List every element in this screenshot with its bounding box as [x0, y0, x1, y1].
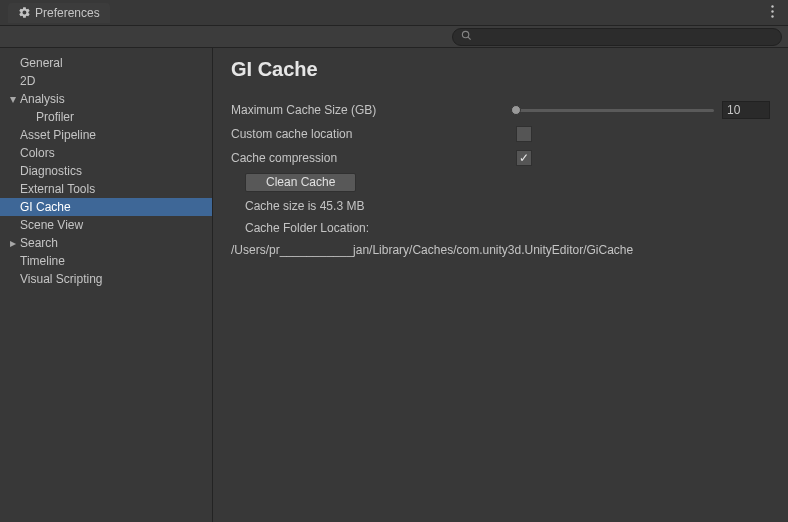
cache-folder-label: Cache Folder Location: [245, 217, 770, 239]
sidebar-item-2d[interactable]: 2D [0, 72, 212, 90]
gear-icon [18, 6, 31, 19]
custom-location-label: Custom cache location [231, 127, 516, 141]
svg-point-2 [771, 15, 773, 17]
sidebar-item-general[interactable]: General [0, 54, 212, 72]
panel-title: GI Cache [231, 58, 770, 81]
sidebar-item-profiler[interactable]: Profiler [0, 108, 212, 126]
max-cache-label: Maximum Cache Size (GB) [231, 103, 516, 117]
svg-point-3 [462, 31, 468, 37]
sidebar-item-label: Colors [20, 146, 55, 160]
window-title: Preferences [35, 6, 100, 20]
max-cache-slider[interactable] [516, 109, 714, 112]
sidebar-item-timeline[interactable]: Timeline [0, 252, 212, 270]
cache-size-text: Cache size is 45.3 MB [245, 195, 770, 217]
max-cache-value-input[interactable] [722, 101, 770, 119]
sidebar-item-asset-pipeline[interactable]: Asset Pipeline [0, 126, 212, 144]
sidebar-item-diagnostics[interactable]: Diagnostics [0, 162, 212, 180]
slider-thumb[interactable] [511, 105, 521, 115]
sidebar-item-label: Diagnostics [20, 164, 82, 178]
sidebar-item-colors[interactable]: Colors [0, 144, 212, 162]
search-icon [461, 30, 472, 44]
sidebar-item-label: Timeline [20, 254, 65, 268]
sidebar-item-label: Search [20, 236, 58, 250]
titlebar: Preferences [0, 0, 788, 26]
sidebar: General2D▾AnalysisProfilerAsset Pipeline… [0, 48, 213, 522]
sidebar-item-label: GI Cache [20, 200, 71, 214]
sidebar-item-label: Analysis [20, 92, 65, 106]
row-max-cache-size: Maximum Cache Size (GB) [231, 99, 770, 121]
clean-cache-button[interactable]: Clean Cache [245, 173, 356, 192]
sidebar-item-label: External Tools [20, 182, 95, 196]
search-field[interactable] [452, 28, 782, 46]
svg-point-0 [771, 5, 773, 7]
cache-compression-checkbox[interactable]: ✓ [516, 150, 532, 166]
sidebar-item-visual-scripting[interactable]: Visual Scripting [0, 270, 212, 288]
sidebar-item-label: Profiler [36, 110, 74, 124]
svg-line-4 [468, 36, 471, 39]
sidebar-item-label: 2D [20, 74, 35, 88]
content-panel: GI Cache Maximum Cache Size (GB) Custom … [213, 48, 788, 522]
sidebar-item-label: Visual Scripting [20, 272, 103, 286]
row-clean-cache: Clean Cache [231, 171, 770, 193]
cache-compression-label: Cache compression [231, 151, 516, 165]
window-tab[interactable]: Preferences [8, 3, 110, 23]
custom-location-checkbox[interactable] [516, 126, 532, 142]
sidebar-item-gi-cache[interactable]: GI Cache [0, 198, 212, 216]
chevron-right-icon[interactable]: ▸ [6, 236, 20, 250]
sidebar-item-search[interactable]: ▸Search [0, 234, 212, 252]
window-menu-icon[interactable] [765, 5, 780, 21]
sidebar-item-label: General [20, 56, 63, 70]
search-input[interactable] [476, 31, 773, 43]
sidebar-item-external-tools[interactable]: External Tools [0, 180, 212, 198]
svg-point-1 [771, 10, 773, 12]
sidebar-item-scene-view[interactable]: Scene View [0, 216, 212, 234]
sidebar-item-label: Scene View [20, 218, 83, 232]
row-custom-location: Custom cache location [231, 123, 770, 145]
toolbar [0, 26, 788, 48]
sidebar-item-analysis[interactable]: ▾Analysis [0, 90, 212, 108]
sidebar-item-label: Asset Pipeline [20, 128, 96, 142]
row-cache-compression: Cache compression ✓ [231, 147, 770, 169]
cache-folder-path: /Users/pr___________jan/Library/Caches/c… [231, 243, 770, 257]
chevron-down-icon[interactable]: ▾ [6, 92, 20, 106]
